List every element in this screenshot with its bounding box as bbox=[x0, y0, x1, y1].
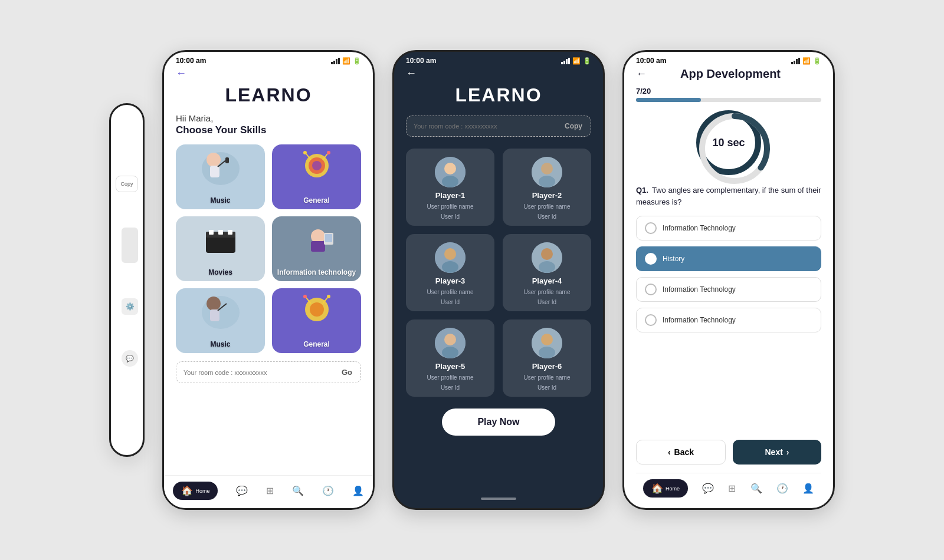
svg-rect-21 bbox=[325, 234, 332, 242]
wifi-icon-3: 📶 bbox=[802, 57, 811, 65]
skill-card-music-1[interactable]: Music bbox=[176, 144, 265, 209]
app-logo-2: LEARNO bbox=[455, 84, 542, 106]
bottom-buttons: ‹ Back Next › bbox=[636, 440, 821, 465]
nav-profile-1[interactable]: 👤 bbox=[352, 485, 364, 496]
wifi-icon-2: 📶 bbox=[572, 57, 581, 65]
signal-icon-3 bbox=[791, 58, 800, 64]
player-card-4[interactable]: Player-4 User profile name User Id bbox=[503, 234, 591, 311]
progress-bar-bg bbox=[636, 98, 821, 102]
player-profile-6: User profile name bbox=[524, 374, 571, 381]
player-name-5: Player-5 bbox=[435, 362, 466, 371]
bottom-nav-3: 🏠 Home 💬 ⊞ 🔍 🕐 👤 bbox=[636, 473, 821, 506]
partial-bar bbox=[122, 228, 138, 263]
option-item-3[interactable]: Information Technology bbox=[636, 277, 821, 302]
nav-search-1[interactable]: 🔍 bbox=[292, 485, 304, 496]
skill-card-general-1[interactable]: General bbox=[272, 144, 361, 209]
player-profile-3: User profile name bbox=[427, 289, 474, 295]
player-avatar-1 bbox=[435, 157, 466, 187]
nav-chat-1[interactable]: 💬 bbox=[236, 485, 248, 496]
svg-rect-2 bbox=[210, 166, 219, 177]
signal-icon-1 bbox=[331, 58, 340, 64]
svg-point-27 bbox=[310, 302, 324, 317]
svg-point-11 bbox=[327, 151, 330, 154]
skill-label-music-1: Music bbox=[210, 196, 230, 205]
svg-point-48 bbox=[541, 334, 553, 345]
player-name-1: Player-1 bbox=[435, 191, 466, 200]
room-code-input-2[interactable] bbox=[407, 116, 556, 136]
svg-rect-15 bbox=[218, 230, 223, 235]
svg-point-37 bbox=[539, 176, 555, 187]
signal-icon-2 bbox=[561, 58, 570, 64]
player-name-3: Player-3 bbox=[435, 276, 466, 285]
back-button-1[interactable]: ← bbox=[176, 67, 361, 80]
qr-icon-3: ⊞ bbox=[728, 483, 736, 494]
room-code-field-2: Copy bbox=[406, 116, 591, 137]
general-illustration bbox=[293, 148, 340, 195]
svg-point-40 bbox=[442, 261, 458, 273]
nav-profile-3[interactable]: 👤 bbox=[802, 483, 814, 494]
skills-grid: Music Gen bbox=[176, 144, 361, 353]
play-now-button[interactable]: Play Now bbox=[442, 409, 555, 436]
status-icons-3: 📶 🔋 bbox=[791, 57, 821, 65]
search-icon-1: 🔍 bbox=[292, 485, 304, 496]
player-name-6: Player-6 bbox=[532, 362, 562, 371]
nav-search-3[interactable]: 🔍 bbox=[750, 483, 762, 494]
option-item-1[interactable]: Information Technology bbox=[636, 216, 821, 241]
general-illustration-2 bbox=[293, 292, 340, 339]
question-text: Q1.Two angles are complementary, if the … bbox=[636, 186, 821, 206]
nav-home-1[interactable]: 🏠 Home bbox=[173, 482, 218, 500]
room-code-input-1: Go bbox=[176, 361, 361, 383]
partial-copy-btn[interactable]: Copy bbox=[116, 176, 138, 192]
skill-card-general-2[interactable]: General bbox=[272, 288, 361, 353]
back-action-button[interactable]: ‹ Back bbox=[636, 440, 726, 465]
screen1-content: ← LEARNO Hii Maria, Choose Your Skills bbox=[164, 67, 373, 506]
player-card-3[interactable]: Player-3 User profile name User Id bbox=[406, 234, 494, 311]
question-num: Q1. bbox=[636, 186, 648, 195]
nav-chat-3[interactable]: 💬 bbox=[702, 483, 714, 494]
progress-section: 7/20 bbox=[636, 87, 821, 102]
nav-qr-1[interactable]: ⊞ bbox=[266, 485, 274, 496]
player-card-2[interactable]: Player-2 User profile name User Id bbox=[503, 149, 591, 226]
go-button[interactable]: Go bbox=[333, 362, 360, 383]
status-bar-1: 10:00 am 📶 🔋 bbox=[164, 52, 373, 67]
time-1: 10:00 am bbox=[176, 57, 206, 65]
player-id-6: User Id bbox=[537, 384, 556, 391]
time-2: 10:00 am bbox=[406, 57, 436, 65]
nav-history-3[interactable]: 🕐 bbox=[776, 483, 788, 494]
next-chevron-icon: › bbox=[786, 447, 789, 457]
copy-button[interactable]: Copy bbox=[556, 116, 591, 136]
back-button-2[interactable]: ← bbox=[406, 67, 417, 80]
option-item-2[interactable]: ✓ History bbox=[636, 246, 821, 271]
player-card-6[interactable]: Player-6 User profile name User Id bbox=[503, 319, 591, 397]
chat-icon-1: 💬 bbox=[236, 485, 248, 496]
room-code-field-1[interactable] bbox=[176, 362, 333, 383]
skill-label-movies: Movies bbox=[208, 268, 232, 276]
home-indicator-2 bbox=[481, 498, 516, 500]
player-id-3: User Id bbox=[441, 299, 460, 305]
player-id-2: User Id bbox=[537, 213, 556, 220]
nav-home-3[interactable]: 🏠 Home bbox=[643, 479, 688, 498]
question-section: Q1.Two angles are complementary, if the … bbox=[636, 185, 821, 207]
next-action-button[interactable]: Next › bbox=[733, 440, 821, 465]
skill-card-music-2[interactable]: Music bbox=[176, 288, 265, 353]
player-card-5[interactable]: Player-5 User profile name User Id bbox=[406, 319, 494, 397]
option-item-4[interactable]: Information Technology bbox=[636, 308, 821, 332]
back-action-label: Back bbox=[674, 447, 694, 457]
bottom-nav-1: 🏠 Home 💬 ⊞ 🔍 🕐 👤 bbox=[164, 475, 373, 508]
app-logo-1: LEARNO bbox=[176, 84, 361, 106]
nav-history-1[interactable]: 🕐 bbox=[322, 485, 334, 496]
partial-chat: 💬 bbox=[122, 350, 138, 367]
timer-circle: 10 sec bbox=[696, 110, 761, 175]
nav-qr-3[interactable]: ⊞ bbox=[728, 483, 736, 494]
player-id-1: User Id bbox=[441, 213, 460, 220]
battery-icon-3: 🔋 bbox=[813, 57, 821, 65]
option-radio-3 bbox=[645, 284, 657, 295]
back-button-3[interactable]: ← bbox=[636, 68, 647, 80]
search-icon-3: 🔍 bbox=[750, 483, 762, 494]
player-card-1[interactable]: Player-1 User profile name User Id bbox=[406, 149, 494, 226]
status-icons-1: 📶 🔋 bbox=[331, 57, 361, 65]
skill-card-movies[interactable]: Movies bbox=[176, 216, 265, 281]
wifi-icon-1: 📶 bbox=[342, 57, 350, 65]
options-list: Information Technology ✓ History Informa… bbox=[636, 216, 821, 332]
skill-card-it[interactable]: Information technology bbox=[272, 216, 361, 281]
